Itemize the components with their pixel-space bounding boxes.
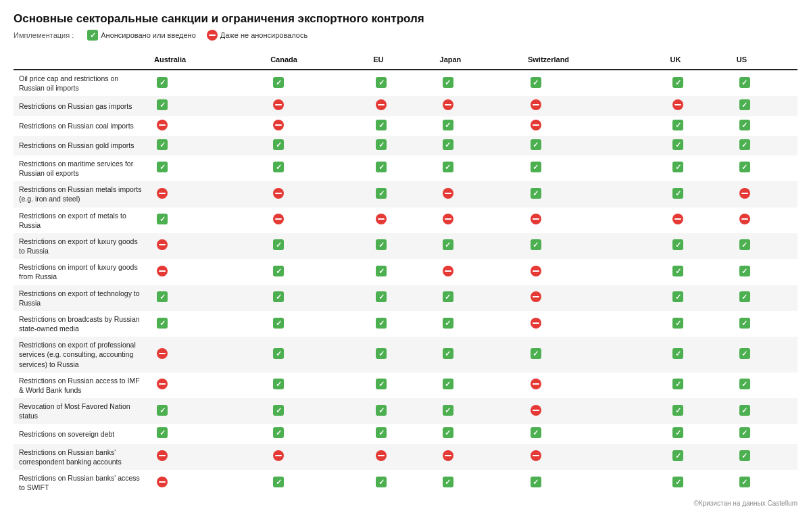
legend: Имплементация : Анонсировано или введено… [14,30,797,41]
icon-cell [149,470,265,495]
icon-cell [731,96,797,116]
icon-cell [368,70,434,96]
table-row: Restrictions on broadcasts by Russian st… [14,311,797,337]
no-icon [273,214,284,224]
icon-cell [368,311,434,337]
table-row: Revocation of Most Favored Nation status [14,398,797,424]
check-icon [672,379,683,389]
row-label: Restrictions on export of professional s… [14,337,149,372]
check-icon [443,348,453,359]
col-header-switzerland: Switzerland [522,51,664,70]
icon-cell [265,181,368,207]
check-icon [157,291,168,302]
no-icon [443,188,453,199]
check-icon [672,188,683,199]
icon-cell [664,181,731,207]
icon-cell [435,398,522,424]
row-label: Restrictions on export of luxury goods t… [14,233,149,259]
row-label: Restrictions on Russian banks' correspon… [14,444,149,470]
icon-cell [265,208,368,233]
icon-cell [435,181,522,207]
check-icon [672,120,683,130]
icon-cell [664,337,731,372]
check-icon [443,318,453,329]
check-icon [273,405,284,416]
icon-cell [368,116,434,136]
check-icon [531,162,541,172]
icon-cell [664,116,731,136]
icon-cell [149,116,265,136]
table-row: Restrictions on Russian banks' access to… [14,470,797,495]
check-icon [739,77,750,88]
check-icon [443,291,453,302]
icon-cell [265,337,368,372]
check-icon [443,405,453,416]
icon-cell [435,337,522,372]
check-icon [443,139,453,150]
no-icon [672,214,683,224]
icon-cell [664,444,731,470]
icon-cell [149,259,265,285]
check-icon [157,405,168,416]
icon-cell [522,136,664,155]
no-legend-icon [207,30,218,41]
col-header-australia: Australia [149,51,265,70]
row-label: Restrictions on Russian coal imports [14,116,149,136]
icon-cell [368,285,434,311]
icon-cell [149,398,265,424]
check-icon [739,120,750,130]
check-icon [739,450,750,461]
icon-cell [149,311,265,337]
no-icon [273,450,284,461]
check-icon [157,318,168,329]
no-icon [157,348,168,359]
legend-not-announced: Даже не анонсировалось [220,31,308,39]
no-icon [273,188,284,199]
icon-cell [731,372,797,398]
row-label: Oil price cap and restrictions on Russia… [14,70,149,96]
no-icon [376,450,387,461]
table-row: Oil price cap and restrictions on Russia… [14,70,797,96]
icon-cell [731,285,797,311]
icon-cell [731,470,797,495]
icon-cell [522,424,664,443]
icon-cell [149,424,265,443]
check-legend-icon [87,30,98,41]
check-icon [157,139,168,150]
check-icon [273,348,284,359]
check-icon [739,348,750,359]
table-row: Restrictions on Russian metals imports (… [14,181,797,207]
col-header-canada: Canada [265,51,368,70]
row-label: Restrictions on Russian gold imports [14,136,149,155]
check-icon [672,77,683,88]
icon-cell [435,470,522,495]
check-icon [531,477,541,487]
row-label: Restrictions on export of technology to … [14,285,149,311]
check-icon [531,348,541,359]
icon-cell [522,208,664,233]
check-icon [739,405,750,416]
icon-cell [265,96,368,116]
no-icon [443,450,453,461]
row-label: Restrictions on Russian banks' access to… [14,470,149,495]
no-icon [273,120,284,130]
icon-cell [368,259,434,285]
no-icon [531,379,541,389]
icon-cell [265,470,368,495]
check-icon [739,379,750,389]
check-icon [443,120,453,130]
no-icon [376,214,387,224]
icon-cell [664,470,731,495]
icon-cell [522,398,664,424]
table-row: Restrictions on Russian access to IMF & … [14,372,797,398]
icon-cell [522,444,664,470]
table-row: Restrictions on Russian banks' correspon… [14,444,797,470]
no-icon [531,450,541,461]
check-icon [672,266,683,276]
no-icon [157,450,168,461]
no-icon [739,188,750,199]
check-icon [376,427,387,438]
check-icon [672,139,683,150]
icon-cell [522,372,664,398]
no-icon [376,99,387,110]
